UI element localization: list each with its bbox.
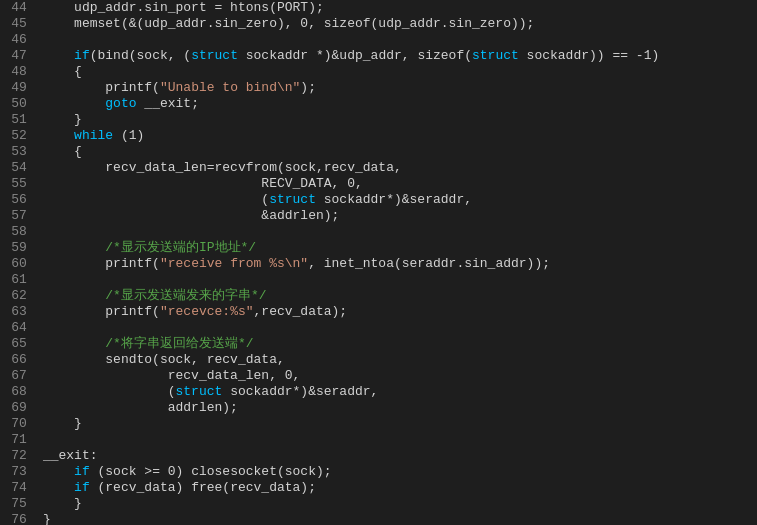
- line-code: sendto(sock, recv_data,: [39, 352, 757, 368]
- line-number: 49: [0, 80, 39, 96]
- code-token: {: [43, 64, 82, 79]
- code-token: [43, 464, 74, 479]
- code-token: "Unable to bind\n": [160, 80, 300, 95]
- table-row: 63 printf("recevce:%s",recv_data);: [0, 304, 757, 320]
- code-token: sockaddr)) == -1): [519, 48, 659, 63]
- line-number: 73: [0, 464, 39, 480]
- table-row: 62 /*显示发送端发来的字串*/: [0, 288, 757, 304]
- line-number: 74: [0, 480, 39, 496]
- line-code: recv_data_len=recvfrom(sock,recv_data,: [39, 160, 757, 176]
- line-number: 57: [0, 208, 39, 224]
- code-table: 44 udp_addr.sin_port = htons(PORT);45 me…: [0, 0, 757, 525]
- line-code: if (sock >= 0) closesocket(sock);: [39, 464, 757, 480]
- line-number: 68: [0, 384, 39, 400]
- code-token: [43, 48, 74, 63]
- table-row: 55 RECV_DATA, 0,: [0, 176, 757, 192]
- code-token: /*将字串返回给发送端*/: [105, 336, 253, 351]
- code-token: struct: [176, 384, 223, 399]
- line-code: printf("recevce:%s",recv_data);: [39, 304, 757, 320]
- table-row: 57 &addrlen);: [0, 208, 757, 224]
- code-token: /*显示发送端的IP地址*/: [105, 240, 256, 255]
- table-row: 51 }: [0, 112, 757, 128]
- table-row: 59 /*显示发送端的IP地址*/: [0, 240, 757, 256]
- code-token: (: [43, 192, 269, 207]
- line-number: 51: [0, 112, 39, 128]
- code-token: [43, 336, 105, 351]
- code-token: (sock >= 0) closesocket(sock);: [90, 464, 332, 479]
- line-number: 67: [0, 368, 39, 384]
- line-code: addrlen);: [39, 400, 757, 416]
- code-token: [43, 480, 74, 495]
- code-token: udp_addr.sin_port = htons(PORT);: [43, 0, 324, 15]
- line-number: 47: [0, 48, 39, 64]
- table-row: 73 if (sock >= 0) closesocket(sock);: [0, 464, 757, 480]
- line-code: }: [39, 416, 757, 432]
- line-number: 65: [0, 336, 39, 352]
- code-token: &addrlen);: [43, 208, 339, 223]
- code-token: printf(: [43, 80, 160, 95]
- code-token: sockaddr*)&seraddr,: [222, 384, 378, 399]
- line-code: recv_data_len, 0,: [39, 368, 757, 384]
- code-token: recv_data_len=recvfrom(sock,recv_data,: [43, 160, 402, 175]
- line-code: (struct sockaddr*)&seraddr,: [39, 384, 757, 400]
- table-row: 75 }: [0, 496, 757, 512]
- code-token: goto: [105, 96, 136, 111]
- code-token: "receive from %s\n": [160, 256, 308, 271]
- code-token: }: [43, 512, 51, 525]
- code-token: [43, 128, 74, 143]
- line-code: }: [39, 112, 757, 128]
- line-number: 61: [0, 272, 39, 288]
- table-row: 49 printf("Unable to bind\n");: [0, 80, 757, 96]
- code-token: if: [74, 480, 90, 495]
- table-row: 65 /*将字串返回给发送端*/: [0, 336, 757, 352]
- line-number: 72: [0, 448, 39, 464]
- table-row: 50 goto __exit;: [0, 96, 757, 112]
- table-row: 47 if(bind(sock, (struct sockaddr *)&udp…: [0, 48, 757, 64]
- line-number: 54: [0, 160, 39, 176]
- table-row: 60 printf("receive from %s\n", inet_ntoa…: [0, 256, 757, 272]
- code-token: RECV_DATA, 0,: [43, 176, 363, 191]
- line-number: 64: [0, 320, 39, 336]
- line-code: RECV_DATA, 0,: [39, 176, 757, 192]
- line-code: [39, 32, 757, 48]
- code-token: }: [43, 496, 82, 511]
- table-row: 68 (struct sockaddr*)&seraddr,: [0, 384, 757, 400]
- line-number: 63: [0, 304, 39, 320]
- table-row: 61: [0, 272, 757, 288]
- line-number: 44: [0, 0, 39, 16]
- code-token: {: [43, 144, 82, 159]
- code-token: }: [43, 112, 82, 127]
- code-token: );: [300, 80, 316, 95]
- table-row: 67 recv_data_len, 0,: [0, 368, 757, 384]
- code-token: sockaddr*)&seraddr,: [316, 192, 472, 207]
- code-token: [43, 96, 105, 111]
- line-code: goto __exit;: [39, 96, 757, 112]
- line-code: udp_addr.sin_port = htons(PORT);: [39, 0, 757, 16]
- code-token: ,recv_data);: [254, 304, 348, 319]
- table-row: 71: [0, 432, 757, 448]
- table-row: 53 {: [0, 144, 757, 160]
- code-token: "recevce:%s": [160, 304, 254, 319]
- line-number: 50: [0, 96, 39, 112]
- code-token: memset(&(udp_addr.sin_zero), 0, sizeof(u…: [43, 16, 534, 31]
- table-row: 64: [0, 320, 757, 336]
- code-token: __exit;: [137, 96, 199, 111]
- code-token: printf(: [43, 256, 160, 271]
- line-number: 52: [0, 128, 39, 144]
- code-token: (: [43, 384, 176, 399]
- table-row: 72__exit:: [0, 448, 757, 464]
- line-number: 59: [0, 240, 39, 256]
- line-number: 69: [0, 400, 39, 416]
- table-row: 48 {: [0, 64, 757, 80]
- code-token: __exit:: [43, 448, 98, 463]
- code-token: sendto(sock, recv_data,: [43, 352, 285, 367]
- line-code: [39, 432, 757, 448]
- code-editor: 44 udp_addr.sin_port = htons(PORT);45 me…: [0, 0, 757, 525]
- table-row: 76}: [0, 512, 757, 525]
- table-row: 70 }: [0, 416, 757, 432]
- table-row: 52 while (1): [0, 128, 757, 144]
- table-row: 56 (struct sockaddr*)&seraddr,: [0, 192, 757, 208]
- line-code: while (1): [39, 128, 757, 144]
- line-number: 71: [0, 432, 39, 448]
- table-row: 54 recv_data_len=recvfrom(sock,recv_data…: [0, 160, 757, 176]
